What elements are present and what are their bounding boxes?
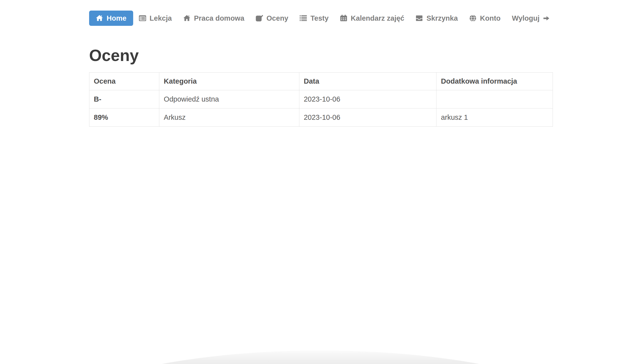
bottom-gradient-decoration bbox=[25, 350, 616, 364]
main-navbar: Home Lekcja Praca domowa Oceny Testy bbox=[89, 10, 554, 26]
column-header-data: Data bbox=[299, 72, 436, 90]
date-cell: 2023-10-06 bbox=[299, 108, 436, 126]
column-header-kategoria: Kategoria bbox=[159, 72, 299, 90]
home-icon bbox=[96, 14, 103, 22]
nav-item-testy[interactable]: Testy bbox=[294, 10, 334, 26]
nav-item-label: Praca domowa bbox=[194, 14, 244, 22]
grade-cell: B- bbox=[89, 90, 159, 108]
nav-item-label: Lekcja bbox=[150, 14, 172, 22]
calendar-icon bbox=[340, 14, 347, 22]
sign-out-icon bbox=[543, 15, 550, 22]
nav-item-label: Skrzynka bbox=[426, 14, 458, 22]
nav-item-home[interactable]: Home bbox=[89, 10, 133, 26]
table-row: 89% Arkusz 2023-10-06 arkusz 1 bbox=[89, 108, 553, 126]
nav-item-kalendarz[interactable]: Kalendarz zajęć bbox=[334, 10, 410, 26]
globe-icon bbox=[469, 14, 477, 22]
inbox-icon bbox=[416, 14, 423, 22]
column-header-ocena: Ocena bbox=[89, 72, 159, 90]
page-title: Oceny bbox=[89, 46, 554, 65]
grade-cell: 89% bbox=[89, 108, 159, 126]
table-row: B- Odpowiedź ustna 2023-10-06 bbox=[89, 90, 553, 108]
nav-item-label: Oceny bbox=[267, 14, 288, 22]
category-cell: Arkusz bbox=[159, 108, 299, 126]
nav-item-label: Konto bbox=[480, 14, 501, 22]
list-alt-icon bbox=[139, 14, 146, 22]
nav-item-oceny[interactable]: Oceny bbox=[250, 10, 294, 26]
nav-item-praca-domowa[interactable]: Praca domowa bbox=[177, 10, 250, 26]
home-icon bbox=[183, 14, 191, 22]
content-container: Home Lekcja Praca domowa Oceny Testy bbox=[89, 10, 554, 127]
info-cell bbox=[436, 90, 553, 108]
check-square-icon bbox=[256, 14, 263, 22]
category-cell: Odpowiedź ustna bbox=[159, 90, 299, 108]
table-header-row: Ocena Kategoria Data Dodatkowa informacj… bbox=[89, 72, 553, 90]
nav-item-skrzynka[interactable]: Skrzynka bbox=[410, 10, 463, 26]
list-icon bbox=[299, 14, 307, 22]
info-cell: arkusz 1 bbox=[436, 108, 553, 126]
nav-item-label: Testy bbox=[310, 14, 329, 22]
nav-item-wyloguj[interactable]: Wyloguj bbox=[506, 10, 555, 26]
date-cell: 2023-10-06 bbox=[299, 90, 436, 108]
nav-item-label: Home bbox=[107, 14, 127, 22]
nav-item-konto[interactable]: Konto bbox=[464, 10, 506, 26]
nav-item-lekcja[interactable]: Lekcja bbox=[133, 10, 177, 26]
nav-item-label: Kalendarz zajęć bbox=[351, 14, 404, 22]
nav-item-label: Wyloguj bbox=[512, 14, 540, 22]
column-header-dodatkowa-informacja: Dodatkowa informacja bbox=[436, 72, 553, 90]
grades-table: Ocena Kategoria Data Dodatkowa informacj… bbox=[89, 72, 553, 127]
